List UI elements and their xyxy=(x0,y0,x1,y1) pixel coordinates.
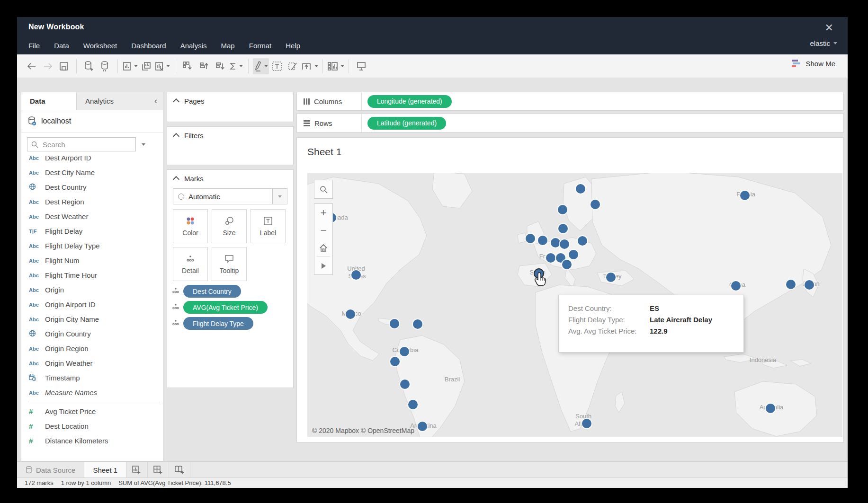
map-mark[interactable] xyxy=(786,280,796,289)
map-mark[interactable] xyxy=(390,357,400,366)
map-mark[interactable] xyxy=(551,238,560,247)
field-item[interactable]: Timestamp xyxy=(21,371,163,385)
shelf-pill[interactable]: Longitude (generated) xyxy=(367,95,452,108)
menu-dashboard[interactable]: Dashboard xyxy=(131,42,166,50)
map-mark[interactable] xyxy=(591,200,600,209)
map-mark[interactable] xyxy=(562,260,572,269)
mark-type-caret[interactable] xyxy=(272,189,287,204)
field-item[interactable]: T|FFlight Delay xyxy=(21,224,163,238)
zoom-in-button[interactable]: + xyxy=(314,204,332,221)
map-mark[interactable] xyxy=(578,236,587,246)
field-item[interactable]: AbcFlight Num xyxy=(21,253,163,268)
marks-pill[interactable]: AVG(Avg Ticket Price) xyxy=(183,301,268,314)
format-button[interactable] xyxy=(285,58,301,74)
zoom-out-button[interactable]: − xyxy=(314,221,332,239)
map-search-button[interactable] xyxy=(314,180,333,199)
zoom-home-button[interactable] xyxy=(314,239,332,256)
show-mark-labels-button[interactable] xyxy=(269,58,285,74)
new-worksheet-button[interactable] xyxy=(122,58,138,74)
map-mark[interactable] xyxy=(606,273,616,282)
new-dashboard-tab-button[interactable] xyxy=(148,462,169,478)
tab-sheet-1[interactable]: Sheet 1 xyxy=(84,462,126,478)
menu-help[interactable]: Help xyxy=(286,42,300,50)
collapse-pane-icon[interactable]: ‹ xyxy=(149,92,163,110)
presentation-mode-button[interactable] xyxy=(353,58,369,74)
map-mark[interactable] xyxy=(558,224,568,233)
map-mark[interactable] xyxy=(400,379,410,389)
pause-updates-button[interactable] xyxy=(97,58,113,74)
clear-sheet-button[interactable] xyxy=(154,58,170,74)
field-item[interactable]: AbcOrigin xyxy=(21,282,163,297)
tab-analytics[interactable]: Analytics xyxy=(77,92,149,110)
map-mark[interactable] xyxy=(731,281,741,291)
map-mark[interactable] xyxy=(740,191,750,200)
pages-card[interactable]: Pages xyxy=(167,92,294,122)
map-mark[interactable] xyxy=(418,422,427,431)
collapse-chevron-icon[interactable] xyxy=(173,176,179,183)
fix-axes-button[interactable] xyxy=(301,58,318,74)
new-worksheet-tab-button[interactable] xyxy=(126,462,148,478)
map-mark[interactable] xyxy=(390,319,399,328)
field-item[interactable]: #Distance Kilometers xyxy=(21,433,163,448)
map-mark[interactable] xyxy=(582,419,591,428)
map-mark[interactable] xyxy=(560,239,569,249)
field-item[interactable]: #Avg Ticket Price xyxy=(21,404,163,419)
search-box[interactable] xyxy=(27,137,136,151)
menu-data[interactable]: Data xyxy=(54,42,69,50)
collapse-chevron-icon[interactable] xyxy=(173,133,179,140)
color-button[interactable]: Color xyxy=(173,209,208,243)
swap-rows-columns-button[interactable] xyxy=(179,58,196,74)
account-menu[interactable]: elastic xyxy=(810,39,837,47)
field-item[interactable]: AbcFlight Time Hour xyxy=(21,268,163,282)
field-item[interactable]: AbcOrigin Region xyxy=(21,341,163,356)
map-mark[interactable] xyxy=(413,319,422,329)
menu-map[interactable]: Map xyxy=(221,42,235,50)
map-mark[interactable] xyxy=(569,250,578,259)
map-mark[interactable] xyxy=(546,253,555,263)
redo-button[interactable] xyxy=(40,58,56,74)
highlight-button[interactable] xyxy=(253,58,269,74)
menu-worksheet[interactable]: Worksheet xyxy=(83,42,117,50)
pan-controls-button[interactable] xyxy=(314,257,332,274)
undo-button[interactable] xyxy=(24,58,40,74)
tab-data[interactable]: Data xyxy=(21,92,77,110)
new-story-tab-button[interactable] xyxy=(169,462,190,478)
marks-pill[interactable]: Dest Country xyxy=(183,285,241,298)
save-button[interactable] xyxy=(56,58,72,74)
map-view[interactable]: CanadaUnitedStatesMexicoColombiaBrazilAr… xyxy=(307,173,842,437)
map-mark[interactable] xyxy=(408,400,418,409)
filters-card[interactable]: Filters xyxy=(167,126,294,165)
new-datasource-button[interactable] xyxy=(81,58,97,74)
sort-ascending-button[interactable] xyxy=(196,58,212,74)
connection-row[interactable]: localhost xyxy=(21,110,163,132)
tooltip-button[interactable]: Tooltip xyxy=(212,247,247,281)
duplicate-sheet-button[interactable] xyxy=(138,58,154,74)
field-item[interactable]: Dest Country xyxy=(21,180,163,194)
shelf-pill[interactable]: Latitude (generated) xyxy=(367,117,446,130)
field-options-caret[interactable] xyxy=(142,143,145,146)
columns-shelf[interactable]: Columns Longitude (generated) xyxy=(296,92,844,111)
label-button[interactable]: Label xyxy=(251,209,286,243)
field-item[interactable]: Origin Country xyxy=(21,327,163,341)
field-item[interactable]: AbcMeasure Names xyxy=(21,385,163,400)
totals-button[interactable] xyxy=(228,58,244,74)
map-mark[interactable] xyxy=(576,184,585,194)
size-button[interactable]: Size xyxy=(212,209,247,243)
field-item[interactable]: AbcDest Region xyxy=(21,194,163,209)
search-input[interactable] xyxy=(42,140,129,149)
field-item[interactable]: AbcDest City Name xyxy=(21,165,163,180)
map-mark[interactable] xyxy=(351,270,361,280)
collapse-chevron-icon[interactable] xyxy=(173,98,179,105)
field-item[interactable]: AbcOrigin Airport ID xyxy=(21,297,163,312)
menu-file[interactable]: File xyxy=(28,42,40,50)
field-item[interactable]: AbcOrigin City Name xyxy=(21,312,163,327)
map-mark[interactable] xyxy=(400,347,409,356)
map-mark[interactable] xyxy=(538,236,547,245)
map-mark[interactable] xyxy=(346,309,355,319)
map-mark[interactable] xyxy=(558,205,567,214)
tab-data-source[interactable]: Data Source xyxy=(17,462,84,478)
marks-pill[interactable]: Flight Delay Type xyxy=(183,317,253,330)
field-item[interactable]: AbcFlight Delay Type xyxy=(21,238,163,253)
detail-button[interactable]: Detail xyxy=(173,247,208,281)
mark-type-dropdown[interactable]: Automatic xyxy=(173,188,287,204)
